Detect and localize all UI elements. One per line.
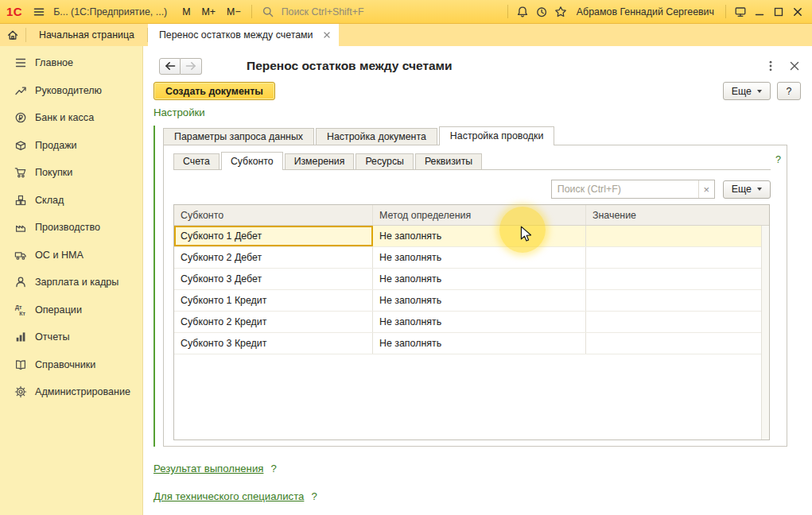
sidebar-item-manager[interactable]: Руководителю bbox=[0, 77, 142, 105]
sidebar-item-sales[interactable]: Продажи bbox=[0, 132, 142, 160]
minimize-button[interactable] bbox=[750, 2, 769, 21]
result-help-link[interactable]: ? bbox=[270, 463, 276, 474]
bell-icon bbox=[516, 6, 529, 18]
window-title: Б... (1С:Предприятие, ...) bbox=[53, 6, 167, 17]
person-icon bbox=[14, 276, 27, 288]
close-window-button[interactable] bbox=[788, 2, 807, 21]
cell-value[interactable] bbox=[586, 312, 769, 332]
sidebar-item-catalogs[interactable]: Справочники bbox=[0, 351, 142, 379]
cell-method[interactable]: Не заполнять bbox=[373, 269, 586, 289]
posting-subtabstrip: Счета Субконто Измерения Ресурсы Реквизи… bbox=[173, 151, 484, 170]
cell-method[interactable]: Не заполнять bbox=[373, 333, 586, 354]
clear-search-button[interactable]: × bbox=[698, 180, 714, 198]
table-row[interactable]: Субконто 2 Дебет Не заполнять bbox=[174, 247, 769, 269]
technical-specialist-help-link[interactable]: ? bbox=[311, 490, 317, 502]
history-button[interactable] bbox=[532, 2, 551, 21]
cell-value[interactable] bbox=[586, 247, 769, 268]
cell-method[interactable]: Не заполнять bbox=[373, 226, 586, 246]
create-documents-button[interactable]: Создать документы bbox=[153, 82, 275, 100]
cell-subkonto[interactable]: Субконто 1 Кредит bbox=[174, 290, 373, 311]
cell-method[interactable]: Не заполнять bbox=[373, 312, 586, 332]
memory-plus-button[interactable]: М+ bbox=[196, 2, 222, 21]
cell-value[interactable] bbox=[586, 226, 769, 246]
table-row[interactable]: Субконто 2 Кредит Не заполнять bbox=[174, 312, 769, 333]
subtab-attributes[interactable]: Реквизиты bbox=[415, 153, 482, 169]
page-tabbar: Начальная страница Перенос остатков межд… bbox=[0, 24, 812, 46]
cell-subkonto[interactable]: Субконто 2 Дебет bbox=[174, 247, 373, 268]
result-group-link[interactable]: Результат выполнения bbox=[153, 463, 263, 474]
table-vertical-scrollbar[interactable] bbox=[761, 226, 769, 439]
result-group: Результат выполнения ? bbox=[153, 463, 277, 474]
form-navigation: Перенос остатков между счетами bbox=[159, 56, 804, 76]
create-documents-label: Создать документы bbox=[165, 86, 263, 97]
sidebar-item-production[interactable]: Производство bbox=[0, 214, 142, 242]
coin-icon bbox=[14, 111, 27, 124]
subtab-subkonto[interactable]: Субконто bbox=[221, 152, 283, 170]
tab-home-page[interactable]: Начальная страница bbox=[26, 24, 147, 46]
sidebar-item-payroll-hr[interactable]: Зарплата и кадры bbox=[0, 269, 142, 296]
sidebar-item-administration[interactable]: Администрирование bbox=[0, 378, 142, 406]
global-search-input[interactable] bbox=[280, 6, 498, 18]
tab-posting-settings[interactable]: Настройка проводки bbox=[439, 126, 555, 145]
technical-specialist-link[interactable]: Для технического специалиста bbox=[153, 490, 304, 502]
hamburger-icon bbox=[33, 6, 45, 18]
table-row[interactable]: Субконто 1 Дебет Не заполнять bbox=[174, 226, 769, 247]
forward-button[interactable] bbox=[181, 58, 202, 75]
subtab-accounts[interactable]: Счета bbox=[173, 153, 220, 169]
back-button[interactable] bbox=[159, 58, 181, 75]
memory-m-button[interactable]: М bbox=[177, 2, 196, 21]
posting-settings-panel: Счета Субконто Измерения Ресурсы Реквизи… bbox=[163, 145, 787, 447]
settings-group-title[interactable]: Настройки bbox=[153, 106, 205, 118]
memory-minus-button[interactable]: М− bbox=[221, 2, 247, 21]
command-bar: Создать документы Еще ? bbox=[153, 82, 801, 100]
cell-value[interactable] bbox=[586, 290, 769, 311]
cell-value[interactable] bbox=[586, 333, 769, 354]
table-row[interactable]: Субконто 3 Кредит Не заполнять bbox=[174, 333, 769, 354]
tab-document-settings[interactable]: Настройка документа bbox=[316, 128, 437, 145]
panel-help-link[interactable]: ? bbox=[775, 154, 781, 165]
home-page-button[interactable] bbox=[0, 24, 25, 46]
subtab-dimensions[interactable]: Измерения bbox=[285, 153, 355, 169]
subtab-resources[interactable]: Ресурсы bbox=[355, 153, 414, 169]
sidebar-item-warehouse[interactable]: Склад bbox=[0, 187, 142, 215]
main-menu-button[interactable] bbox=[29, 2, 49, 21]
cell-subkonto[interactable]: Субконто 3 Кредит bbox=[174, 333, 373, 354]
tab-close-icon[interactable] bbox=[323, 31, 331, 39]
table-search-field: × bbox=[551, 180, 715, 199]
form-close-button[interactable] bbox=[785, 57, 804, 75]
sidebar-item-bank-cash[interactable]: Банк и касса bbox=[0, 104, 142, 132]
more-button[interactable]: Еще bbox=[723, 82, 771, 100]
help-button[interactable]: ? bbox=[777, 82, 801, 100]
current-user[interactable]: Абрамов Геннадий Сергеевич bbox=[577, 6, 714, 17]
form-menu-button[interactable] bbox=[761, 57, 780, 75]
tab-transfer-balances[interactable]: Перенос остатков между счетами bbox=[148, 24, 339, 46]
cell-value[interactable] bbox=[586, 269, 769, 289]
cell-method[interactable]: Не заполнять bbox=[373, 290, 586, 311]
notifications-button[interactable] bbox=[513, 2, 532, 21]
cell-subkonto[interactable]: Субконто 3 Дебет bbox=[174, 269, 373, 289]
sidebar-item-operations[interactable]: ДтКт Операции bbox=[0, 296, 142, 324]
close-form-icon bbox=[788, 60, 801, 72]
table-row[interactable]: Субконто 1 Кредит Не заполнять bbox=[174, 290, 769, 312]
sidebar-item-fixed-assets[interactable]: ОС и НМА bbox=[0, 242, 142, 269]
list-icon bbox=[14, 56, 27, 69]
trend-chart-icon bbox=[14, 84, 27, 97]
display-settings-button[interactable] bbox=[731, 2, 750, 21]
cell-method[interactable]: Не заполнять bbox=[373, 247, 586, 268]
sidebar-item-reports[interactable]: Отчеты bbox=[0, 323, 142, 351]
sidebar-item-main[interactable]: Главное bbox=[0, 49, 142, 77]
table-search-input[interactable] bbox=[552, 180, 698, 198]
sidebar-item-purchases[interactable]: Покупки bbox=[0, 159, 142, 187]
cell-subkonto[interactable]: Субконто 2 Кредит bbox=[174, 312, 373, 332]
table-more-button[interactable]: Еще bbox=[723, 180, 771, 199]
global-search-field[interactable] bbox=[257, 6, 503, 18]
arrow-right-icon bbox=[185, 61, 197, 71]
table-row[interactable]: Субконто 3 Дебет Не заполнять bbox=[174, 269, 769, 290]
sidebar-item-label: Главное bbox=[35, 57, 73, 68]
cell-subkonto[interactable]: Субконто 1 Дебет bbox=[174, 226, 373, 246]
sidebar-item-label: Зарплата и кадры bbox=[35, 277, 118, 288]
maximize-button[interactable] bbox=[769, 2, 788, 21]
tab-data-request-params[interactable]: Параметры запроса данных bbox=[163, 128, 314, 145]
favorites-button[interactable] bbox=[551, 2, 570, 21]
table-header: Субконто Метод определения Значение bbox=[174, 205, 769, 226]
